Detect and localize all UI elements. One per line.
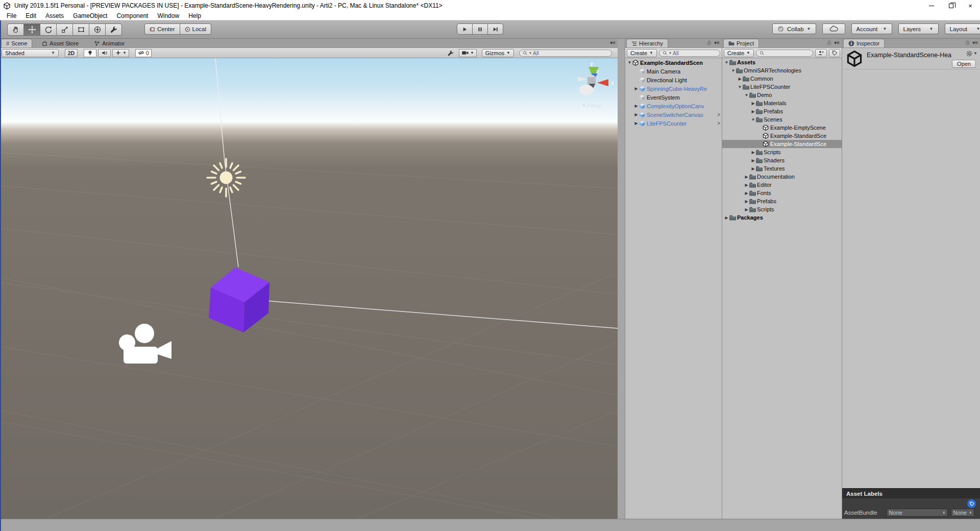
hierarchy-menu-icon[interactable]: ▾≡: [714, 40, 720, 45]
play-button[interactable]: [457, 23, 473, 35]
collapsed-arrow-icon[interactable]: ▶: [737, 77, 743, 81]
tab-project[interactable]: Project: [723, 39, 759, 47]
scene-viewport[interactable]: y z x Persp: [0, 58, 618, 519]
collapsed-arrow-icon[interactable]: ▶: [633, 121, 639, 126]
collapsed-arrow-icon[interactable]: ▶: [633, 86, 639, 91]
project-item[interactable]: ▶Materials: [722, 99, 842, 107]
project-item[interactable]: ▶Scripts: [722, 205, 842, 213]
inspector-gear-menu[interactable]: ▼: [966, 51, 977, 57]
collapsed-arrow-icon[interactable]: ▶: [724, 215, 729, 220]
project-item[interactable]: ▶Shaders: [722, 156, 842, 164]
minimize-button[interactable]: [922, 0, 941, 11]
scene-search-input[interactable]: ▼ All: [519, 50, 612, 57]
project-item[interactable]: Example-StandardSce: [722, 132, 842, 140]
layout-dropdown[interactable]: Layout▼: [945, 23, 980, 34]
shading-mode-dropdown[interactable]: Shaded▼: [2, 49, 59, 57]
collapsed-arrow-icon[interactable]: ▶: [744, 207, 749, 212]
restore-button[interactable]: [941, 0, 961, 11]
open-button[interactable]: Open: [952, 60, 976, 68]
scale-tool-button[interactable]: [56, 23, 73, 36]
collapsed-arrow-icon[interactable]: ▶: [744, 191, 749, 196]
hierarchy-create-dropdown[interactable]: Create▼: [627, 49, 657, 57]
project-menu-icon[interactable]: ▾≡: [834, 40, 840, 45]
assetbundle-select[interactable]: None ▲▼: [887, 509, 948, 517]
collapsed-arrow-icon[interactable]: ▶: [744, 199, 749, 204]
search-by-label-button[interactable]: [829, 49, 840, 57]
hand-tool-button[interactable]: [7, 23, 24, 36]
projection-label[interactable]: Persp: [587, 103, 602, 109]
project-item[interactable]: ▶Editor: [722, 181, 842, 189]
collapsed-arrow-icon[interactable]: ▶: [750, 109, 756, 114]
lock-icon[interactable]: [827, 40, 831, 45]
project-item[interactable]: Example-EmptyScene: [722, 124, 842, 132]
project-item[interactable]: ▶Packages: [722, 213, 842, 222]
menu-gameobject[interactable]: GameObject: [68, 12, 112, 19]
hidden-objects-toggle[interactable]: 0: [135, 49, 152, 57]
inspector-menu-icon[interactable]: ▾≡: [972, 40, 978, 45]
expanded-arrow-icon[interactable]: ▼: [737, 85, 743, 89]
project-item[interactable]: ▶Fonts: [722, 189, 842, 197]
gizmos-dropdown[interactable]: Gizmos▼: [482, 49, 514, 57]
collapsed-arrow-icon[interactable]: ▶: [750, 166, 756, 171]
scene-tools-wrench-icon[interactable]: [447, 50, 454, 57]
project-item[interactable]: ▶Documentation: [722, 173, 842, 181]
project-item[interactable]: ▼Assets: [722, 58, 842, 66]
expanded-arrow-icon[interactable]: ▼: [730, 68, 736, 73]
hierarchy-item[interactable]: ▶SceneSwitcherCanvas>: [625, 110, 722, 119]
hierarchy-item[interactable]: ▶LiteFPSCounter>: [625, 119, 722, 128]
add-label-button[interactable]: [967, 499, 976, 508]
collapsed-arrow-icon[interactable]: ▶: [744, 175, 749, 179]
menu-component[interactable]: Component: [112, 12, 153, 19]
prefab-chevron-icon[interactable]: >: [717, 120, 720, 126]
move-rotate-scale-tool-button[interactable]: [89, 23, 106, 36]
hierarchy-item[interactable]: EventSystem: [625, 93, 722, 102]
tab-hierarchy[interactable]: Hierarchy: [626, 39, 668, 47]
project-create-dropdown[interactable]: Create▼: [724, 49, 754, 57]
lock-icon[interactable]: [965, 40, 970, 45]
scene-panel-menu-icon[interactable]: ▾≡: [610, 40, 616, 45]
hierarchy-search-input[interactable]: ▼ All: [659, 50, 720, 57]
scene-camera-dropdown[interactable]: ▼: [459, 49, 477, 57]
move-tool-button[interactable]: [23, 23, 40, 36]
menu-file[interactable]: File: [2, 12, 21, 19]
hierarchy-item[interactable]: Main Camera: [625, 67, 722, 76]
scene-lighting-toggle[interactable]: [84, 49, 96, 57]
tab-inspector[interactable]: Inspector: [843, 39, 885, 47]
hierarchy-item[interactable]: ▶SpinningCube-HeavyRe: [625, 84, 722, 93]
close-button[interactable]: ×: [961, 0, 980, 11]
2d-toggle[interactable]: 2D: [65, 49, 78, 57]
menu-window[interactable]: Window: [153, 12, 184, 19]
rect-tool-button[interactable]: [72, 23, 89, 36]
rotate-tool-button[interactable]: [40, 23, 57, 36]
collapsed-arrow-icon[interactable]: ▶: [750, 101, 756, 106]
prefab-chevron-icon[interactable]: >: [717, 112, 720, 117]
collapsed-arrow-icon[interactable]: ▶: [633, 112, 639, 117]
project-search-input[interactable]: [756, 50, 813, 57]
negative-z-cone[interactable]: [579, 85, 594, 95]
collapsed-arrow-icon[interactable]: ▶: [750, 158, 756, 163]
scene-effects-toggle[interactable]: ▼: [112, 49, 129, 57]
space-toggle-button[interactable]: Local: [180, 23, 212, 35]
project-item[interactable]: ▼Demo: [722, 91, 842, 99]
tab-asset-store[interactable]: Asset Store: [37, 39, 83, 47]
expanded-arrow-icon[interactable]: ▼: [744, 93, 749, 98]
hierarchy-item[interactable]: Directional Light: [625, 76, 722, 84]
project-item[interactable]: ▶Textures: [722, 164, 842, 173]
menu-edit[interactable]: Edit: [21, 12, 41, 19]
cloud-button[interactable]: [822, 23, 845, 34]
project-item[interactable]: ▶Common: [722, 75, 842, 83]
step-button[interactable]: [487, 23, 503, 35]
menu-assets[interactable]: Assets: [41, 12, 68, 19]
assetbundle-variant-select[interactable]: None ▲▼: [951, 509, 974, 517]
project-item[interactable]: ▼Scenes: [722, 115, 842, 124]
project-item[interactable]: ▶Prefabs: [722, 107, 842, 115]
menu-help[interactable]: Help: [184, 12, 206, 19]
pause-button[interactable]: [472, 23, 488, 35]
hierarchy-item[interactable]: ▼Example-StandardScen: [625, 58, 722, 67]
lock-icon[interactable]: [707, 40, 712, 45]
collapsed-arrow-icon[interactable]: ▶: [744, 183, 749, 187]
gizmo-center-cube[interactable]: [587, 77, 596, 85]
search-by-type-button[interactable]: [815, 49, 827, 57]
project-item[interactable]: Example-StandardSce: [722, 140, 842, 148]
tab-animator[interactable]: Animator: [89, 39, 129, 47]
